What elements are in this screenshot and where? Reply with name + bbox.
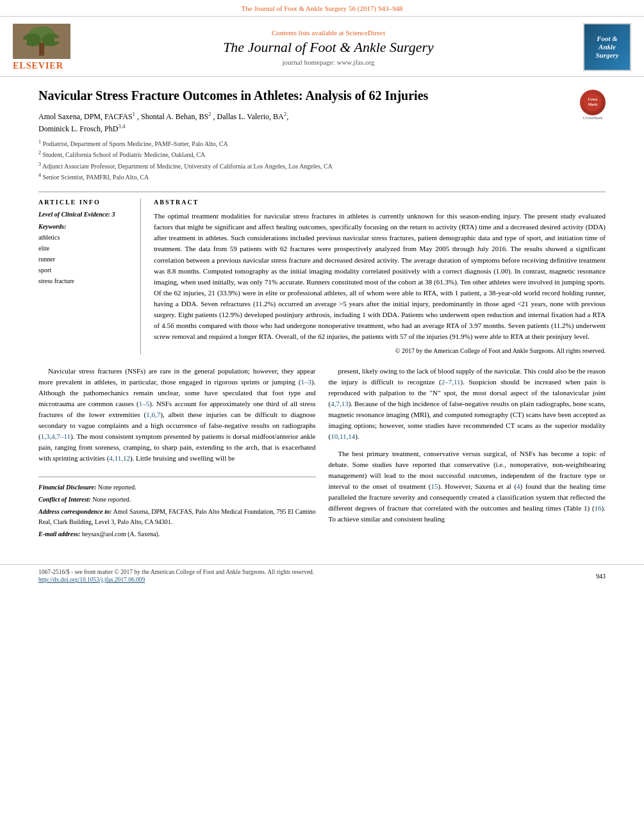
level-of-evidence-label: Level of Clinical Evidence: 3	[38, 211, 133, 218]
footnote-financial: Financial Disclosure: None reported.	[38, 482, 316, 493]
affiliation-1: 1 Podiatrist, Department of Sports Medic…	[38, 138, 606, 149]
journal-header: ELSEVIER Contents lists available at Sci…	[0, 17, 644, 77]
ref-link-4-7-13[interactable]: 4,7,13	[331, 400, 349, 407]
page-number: 943	[596, 573, 606, 580]
ref-link-10-11-14[interactable]: 10,11,14	[331, 432, 355, 440]
info-abstract-section: ARTICLE INFO Level of Clinical Evidence:…	[38, 199, 606, 354]
author1-name: Amol Saxena, DPM, FACFAS	[38, 112, 133, 121]
svg-rect-5	[19, 40, 27, 44]
journal-logo-box: Foot & Ankle Surgery	[574, 23, 631, 71]
financial-label: Financial Disclosure:	[38, 484, 96, 491]
keyword-elite: elite	[38, 243, 133, 254]
article-info-column: ARTICLE INFO Level of Clinical Evidence:…	[38, 199, 141, 354]
abstract-column: ABSTRACT The optimal treatment modalitie…	[154, 199, 606, 354]
abstract-text: The optimal treatment modalities for nav…	[154, 211, 606, 342]
issn-text: 1067-2516/$ - see front matter © 2017 by…	[38, 569, 314, 575]
body-para-right-1-text: present, likely owing to the lack of blo…	[329, 366, 606, 442]
ref-link-1-3[interactable]: 1–3	[301, 378, 312, 386]
author4-name: Dominick L. Frosch, PhD	[38, 124, 118, 133]
body-section: Navicular stress fractures (NSFs) are ra…	[38, 366, 606, 541]
svg-rect-6	[54, 38, 62, 42]
crossmark-icon: Cross Mark	[580, 90, 606, 115]
body-paragraph-right-2: The best primary treatment, conservative…	[329, 448, 606, 525]
journal-homepage: journal homepage: www.jfas.org	[83, 58, 574, 66]
author4-affil: 3,4	[118, 123, 125, 129]
crossmark-label: CrossMark	[580, 115, 606, 120]
author3-comma: ,	[286, 112, 288, 121]
author3-name: , Dallas L. Valerio, BA	[213, 112, 284, 121]
footnotes-section: Financial Disclosure: None reported. Con…	[38, 477, 316, 539]
logo-title-line1: Foot &	[597, 35, 618, 43]
ref-link-2-7-11[interactable]: 2–7,11	[442, 378, 461, 386]
abstract-title: ABSTRACT	[154, 199, 606, 206]
crossmark-widget[interactable]: Cross Mark CrossMark	[580, 90, 606, 120]
svg-text:Cross: Cross	[588, 97, 598, 101]
ref-link-4[interactable]: 4	[516, 482, 520, 490]
footnote-email: E-mail address: heysax@aol.com (A. Saxen…	[38, 529, 316, 539]
body-para-right-2-text: The best primary treatment, conservative…	[329, 448, 606, 525]
conflict-text: None reported.	[92, 496, 131, 503]
financial-text: None reported.	[98, 484, 136, 491]
affiliations-block: 1 Podiatrist, Department of Sports Medic…	[38, 138, 606, 183]
email-text: heysax@aol.com (A. Saxena).	[82, 530, 160, 537]
contents-text: Contents lists available at	[272, 29, 344, 37]
ref-link-1347-11[interactable]: 1,3,4,7–11	[41, 432, 70, 440]
conflict-label: Conflict of Interest:	[38, 496, 91, 503]
ref-link-4-11-12[interactable]: 4,11,12	[109, 454, 130, 462]
ref-link-167[interactable]: 1,6,7	[146, 411, 160, 418]
authors-line: Amol Saxena, DPM, FACFAS1 , Shontal A. B…	[38, 110, 606, 135]
ref-link-1-5[interactable]: 1–5	[139, 400, 150, 407]
logo-title-line3: Surgery	[595, 51, 618, 60]
article-info-title: ARTICLE INFO	[38, 199, 133, 206]
svg-text:Mark: Mark	[588, 102, 598, 106]
journal-reference-link[interactable]: The Journal of Foot & Ankle Surgery 56 (…	[242, 4, 403, 12]
svg-rect-4	[39, 43, 44, 56]
footnote-address: Address correspondence to: Amol Saxena, …	[38, 507, 316, 527]
elsevier-wordmark: ELSEVIER	[13, 61, 83, 71]
author1-affil: 1	[133, 111, 136, 117]
keywords-list: athletics elite runner sport stress frac…	[38, 232, 133, 286]
body-paragraph-1: Navicular stress fractures (NSFs) are ra…	[38, 366, 316, 464]
keyword-sport: sport	[38, 265, 133, 275]
page-footer: 1067-2516/$ - see front matter © 2017 by…	[0, 564, 644, 587]
body-left-column: Navicular stress fractures (NSFs) are ra…	[38, 366, 316, 541]
author2-affil: 2	[208, 111, 211, 117]
ref-link-15[interactable]: 15	[431, 482, 438, 490]
body-right-column: present, likely owing to the lack of blo…	[329, 366, 606, 541]
logo-title-line2: Ankle	[599, 43, 616, 51]
journal-header-center: Contents lists available at ScienceDirec…	[83, 29, 574, 66]
journal-reference-bar: The Journal of Foot & Ankle Surgery 56 (…	[0, 0, 644, 17]
affiliation-2: 2 Student, California School of Podiatri…	[38, 149, 606, 160]
copyright-line: © 2017 by the American College of Foot a…	[154, 347, 606, 354]
author2-name: , Shontal A. Behan, BS	[137, 112, 208, 121]
email-label: E-mail address:	[38, 530, 80, 537]
body-para-1-text: Navicular stress fractures (NSFs) are ra…	[38, 366, 316, 464]
footnote-conflict: Conflict of Interest: None reported.	[38, 495, 316, 505]
affiliation-4: 4 Senior Scientist, PAMFRI, Palo Alto, C…	[38, 172, 606, 183]
keyword-athletics: athletics	[38, 232, 133, 243]
journal-logo: Foot & Ankle Surgery	[583, 23, 631, 71]
journal-title-header: The Journal of Foot & Ankle Surgery	[83, 39, 574, 56]
body-paragraph-right-1: present, likely owing to the lack of blo…	[329, 366, 606, 442]
elsevier-tree-image	[13, 24, 70, 59]
doi-link[interactable]: http://dx.doi.org/10.1053/j.jfas.2017.06…	[38, 577, 314, 583]
sciencedirect-line: Contents lists available at ScienceDirec…	[83, 29, 574, 37]
keyword-runner: runner	[38, 254, 133, 265]
keyword-stress-fracture: stress fracture	[38, 275, 133, 286]
section-divider	[38, 192, 606, 192]
elsevier-logo-section: ELSEVIER	[13, 24, 83, 71]
article-title: Navicular Stress Fracture Outcomes in At…	[38, 87, 606, 104]
keywords-title: Keywords:	[38, 223, 133, 230]
sciencedirect-link-text[interactable]: ScienceDirect	[345, 29, 385, 37]
address-label: Address correspondence to:	[38, 508, 111, 515]
article-main: Cross Mark CrossMark Navicular Stress Fr…	[0, 77, 644, 552]
footer-left: 1067-2516/$ - see front matter © 2017 by…	[38, 569, 314, 583]
ref-link-16[interactable]: 16	[595, 504, 602, 512]
affiliation-3: 3 Adjunct Associate Professor, Departmen…	[38, 161, 606, 172]
